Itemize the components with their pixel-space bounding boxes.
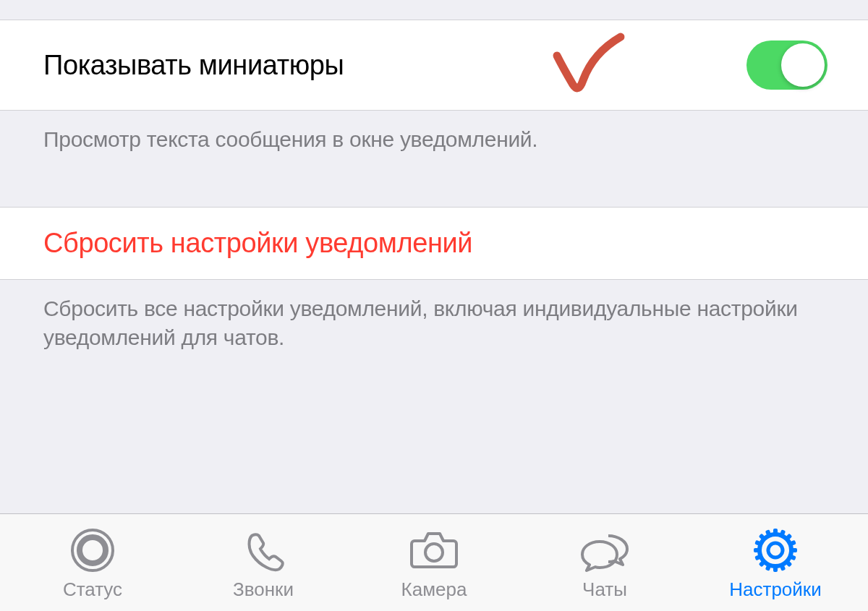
toggle-thumb bbox=[781, 43, 825, 87]
svg-rect-7 bbox=[754, 548, 761, 552]
tab-camera[interactable]: Камера bbox=[349, 525, 519, 601]
show-thumbnails-label: Показывать миниатюры bbox=[43, 50, 344, 81]
svg-rect-6 bbox=[773, 565, 778, 572]
settings-icon bbox=[750, 525, 801, 576]
tab-calls[interactable]: Звонки bbox=[178, 525, 349, 601]
show-thumbnails-toggle[interactable] bbox=[746, 40, 827, 90]
tab-settings[interactable]: Настройки bbox=[690, 525, 861, 601]
reset-notifications-footer: Сбросить все настройки уведомлений, вклю… bbox=[0, 280, 868, 375]
show-thumbnails-footer: Просмотр текста сообщения в окне уведомл… bbox=[0, 111, 868, 176]
checkmark-annotation-icon bbox=[550, 31, 629, 99]
tab-status-label: Статус bbox=[63, 578, 122, 601]
tab-bar: Статус Звонки Камера Чаты bbox=[0, 513, 868, 611]
svg-rect-8 bbox=[790, 548, 797, 552]
settings-scroll[interactable]: Показывать миниатюры Просмотр текста соо… bbox=[0, 0, 868, 513]
status-icon bbox=[67, 525, 118, 576]
reset-notifications-label: Сбросить настройки уведомлений bbox=[43, 228, 472, 259]
camera-icon bbox=[409, 525, 459, 576]
reset-notifications-row[interactable]: Сбросить настройки уведомлений bbox=[0, 207, 868, 280]
tab-chats-label: Чаты bbox=[582, 578, 627, 601]
tab-chats[interactable]: Чаты bbox=[519, 525, 690, 601]
svg-point-2 bbox=[425, 544, 443, 561]
svg-point-1 bbox=[80, 537, 106, 563]
svg-point-3 bbox=[768, 543, 783, 557]
calls-icon bbox=[238, 525, 289, 576]
top-spacer bbox=[0, 0, 868, 20]
tab-calls-label: Звонки bbox=[233, 578, 294, 601]
section-gap bbox=[0, 176, 868, 207]
tab-status[interactable]: Статус bbox=[7, 525, 178, 601]
svg-rect-5 bbox=[773, 529, 778, 536]
show-thumbnails-row[interactable]: Показывать миниатюры bbox=[0, 20, 868, 111]
tab-camera-label: Камера bbox=[401, 578, 467, 601]
tab-settings-label: Настройки bbox=[729, 578, 822, 601]
chats-icon bbox=[579, 525, 630, 576]
